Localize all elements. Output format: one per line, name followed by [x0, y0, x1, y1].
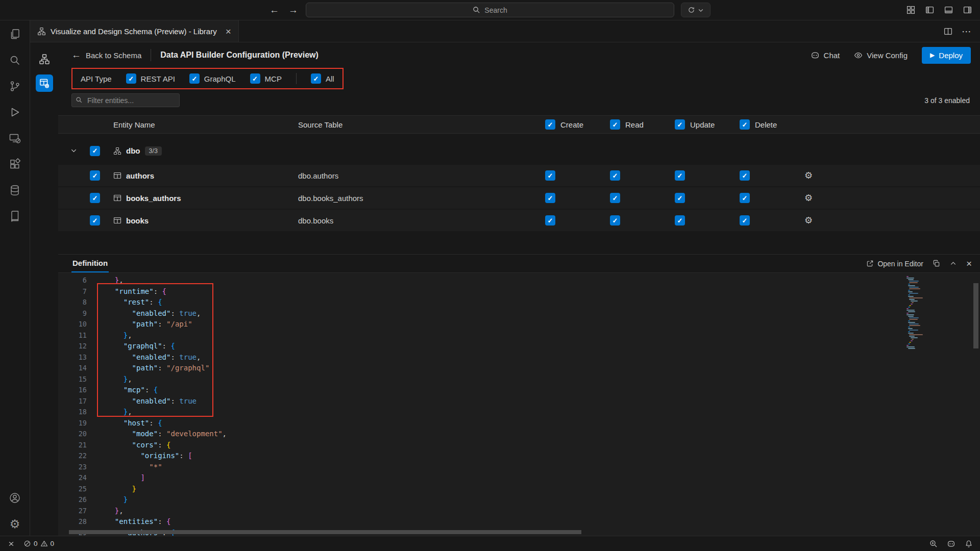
toggle-sidebar-icon[interactable] [925, 6, 934, 14]
table-row[interactable]: ✓books_authorsdbo.books_authors✓✓✓✓⚙ [58, 187, 980, 209]
schema-group-row[interactable]: ✓ dbo 3/3 [58, 140, 980, 162]
code-line: 14 "path": "/graphql" [58, 363, 980, 374]
account-icon[interactable] [8, 491, 21, 505]
minimap-line [911, 340, 913, 341]
row-checkbox[interactable]: ✓ [90, 193, 100, 203]
database-icon[interactable] [8, 184, 21, 197]
api-option-graphql[interactable]: ✓GraphQL [189, 73, 236, 84]
search-sidebar-icon[interactable] [8, 54, 21, 67]
code-line: 19 "host": { [58, 418, 980, 429]
nav-back-icon[interactable]: ← [270, 5, 279, 16]
create-checkbox[interactable]: ✓ [545, 193, 555, 203]
minimap-line [906, 278, 914, 279]
minimap[interactable] [905, 276, 967, 349]
minimap-line [911, 304, 913, 305]
collapse-panel-chevron-icon[interactable] [949, 260, 957, 267]
create-checkbox[interactable]: ✓ [545, 170, 555, 181]
checkbox[interactable]: ✓ [189, 73, 200, 84]
explorer-icon[interactable] [8, 28, 21, 41]
read-checkbox[interactable]: ✓ [610, 170, 620, 181]
toggle-secondary-sidebar-icon[interactable] [963, 6, 972, 14]
checkbox[interactable]: ✓ [311, 73, 321, 84]
select-all-read-checkbox[interactable]: ✓ [610, 119, 620, 130]
toggle-panel-icon[interactable] [944, 6, 953, 14]
tab-close-icon[interactable]: × [226, 27, 231, 36]
row-settings-gear-icon[interactable]: ⚙ [802, 192, 980, 204]
row-checkbox[interactable]: ✓ [90, 215, 100, 226]
vertical-scrollbar[interactable] [973, 283, 978, 348]
read-checkbox[interactable]: ✓ [610, 215, 620, 226]
extensions-icon[interactable] [8, 158, 21, 171]
run-debug-icon[interactable] [8, 106, 21, 119]
more-actions-icon[interactable]: ⋯ [962, 26, 972, 37]
search-icon [473, 6, 480, 14]
api-type-row-annotation: API Type ✓REST API✓GraphQL✓MCP✓All [71, 68, 344, 89]
remote-explorer-icon[interactable] [8, 132, 21, 145]
nav-forward-icon[interactable]: → [288, 5, 298, 16]
minimap-line [909, 330, 918, 331]
select-all-create-checkbox[interactable]: ✓ [545, 119, 555, 130]
row-settings-gear-icon[interactable]: ⚙ [802, 215, 980, 226]
back-to-schema-label: Back to Schema [86, 51, 141, 60]
select-all-update-checkbox[interactable]: ✓ [675, 119, 685, 130]
tab-schema-designer[interactable]: Visualize and Design Schema (Preview) - … [30, 20, 239, 42]
table-icon [113, 171, 121, 180]
deploy-button[interactable]: ▶ Deploy [922, 47, 971, 64]
customize-layout-icon[interactable] [906, 6, 915, 14]
group-expand-chevron-icon[interactable] [65, 147, 82, 155]
remote-indicator-icon[interactable] [7, 540, 15, 548]
row-checkbox[interactable]: ✓ [90, 170, 100, 181]
chat-button[interactable]: Chat [811, 51, 840, 60]
copy-icon[interactable] [933, 260, 940, 267]
checkbox[interactable]: ✓ [126, 73, 136, 84]
problems-indicator[interactable]: 0 0 [23, 540, 54, 547]
api-option-all[interactable]: ✓All [311, 73, 334, 84]
horizontal-scrollbar[interactable] [69, 530, 581, 534]
code-text: "graphql": { [87, 341, 175, 352]
filter-entities-input[interactable] [71, 93, 180, 107]
update-checkbox[interactable]: ✓ [675, 170, 685, 181]
api-option-rest-api[interactable]: ✓REST API [126, 73, 175, 84]
checkbox[interactable]: ✓ [250, 73, 260, 84]
zoom-icon[interactable] [929, 540, 938, 548]
table-row[interactable]: ✓authorsdbo.authors✓✓✓✓⚙ [58, 165, 980, 186]
delete-checkbox[interactable]: ✓ [740, 170, 750, 181]
copilot-status-icon[interactable] [947, 539, 955, 548]
code-editor[interactable]: 6 },7 "runtime": {8 "rest": {9 "enabled"… [58, 273, 980, 536]
code-lines: 6 },7 "runtime": {8 "rest": {9 "enabled"… [58, 275, 980, 536]
iterate-dropdown[interactable] [681, 3, 710, 17]
row-settings-gear-icon[interactable]: ⚙ [802, 170, 980, 181]
source-control-icon[interactable] [8, 80, 21, 93]
column-create: Create [560, 120, 583, 129]
read-checkbox[interactable]: ✓ [610, 193, 620, 203]
api-config-rail-icon[interactable] [36, 74, 53, 92]
command-center-search[interactable]: Search [306, 3, 674, 17]
notifications-bell-icon[interactable] [965, 540, 973, 548]
update-checkbox[interactable]: ✓ [675, 215, 685, 226]
line-number: 7 [58, 286, 87, 297]
delete-checkbox[interactable]: ✓ [740, 193, 750, 203]
schema-diagram-rail-icon[interactable] [36, 51, 53, 68]
open-in-editor-button[interactable]: Open in Editor [866, 260, 923, 268]
sql-projects-icon[interactable] [8, 210, 21, 223]
split-editor-icon[interactable] [944, 27, 952, 36]
view-config-icon [854, 51, 863, 60]
table-row[interactable]: ✓booksdbo.books✓✓✓✓⚙ [58, 210, 980, 231]
view-config-button[interactable]: View Config [854, 51, 908, 60]
back-to-schema-button[interactable]: ← Back to Schema [71, 49, 141, 61]
minimap-line [908, 327, 910, 328]
minimap-line [909, 281, 919, 282]
select-all-delete-checkbox[interactable]: ✓ [740, 119, 750, 130]
code-line: 21 "cors": { [58, 440, 980, 451]
delete-checkbox[interactable]: ✓ [740, 215, 750, 226]
column-delete: Delete [755, 120, 777, 129]
api-option-mcp[interactable]: ✓MCP [250, 73, 282, 84]
code-text: }, [87, 374, 132, 385]
minimap-line [909, 305, 911, 306]
settings-gear-icon[interactable]: ⚙ [8, 517, 21, 531]
create-checkbox[interactable]: ✓ [545, 215, 555, 226]
update-checkbox[interactable]: ✓ [675, 193, 685, 203]
definition-close-icon[interactable]: × [966, 259, 972, 268]
entity-name: books_authors [108, 194, 298, 203]
group-checkbox[interactable]: ✓ [90, 146, 100, 156]
